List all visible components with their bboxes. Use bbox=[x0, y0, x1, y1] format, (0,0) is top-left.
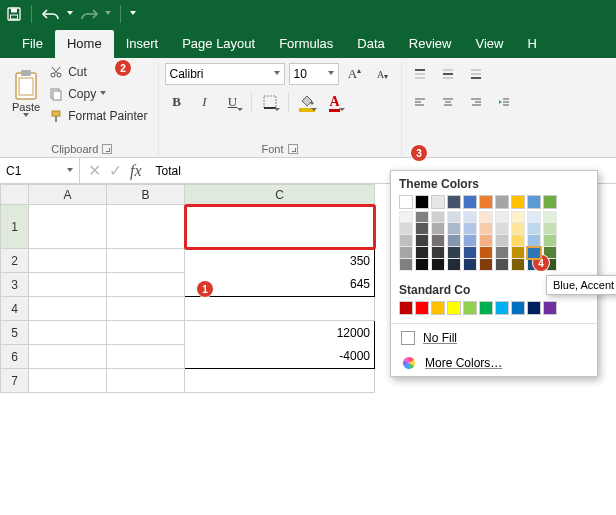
align-right-icon[interactable] bbox=[464, 90, 488, 114]
color-swatch[interactable] bbox=[543, 223, 557, 235]
color-swatch[interactable] bbox=[511, 301, 525, 315]
color-swatch[interactable] bbox=[463, 247, 477, 259]
color-swatch[interactable] bbox=[463, 195, 477, 209]
color-swatch[interactable] bbox=[415, 223, 429, 235]
color-swatch[interactable] bbox=[399, 223, 413, 235]
color-swatch[interactable] bbox=[495, 211, 509, 223]
color-swatch[interactable] bbox=[415, 247, 429, 259]
cell-a7[interactable] bbox=[29, 369, 107, 393]
confirm-icon[interactable]: ✓ bbox=[109, 161, 122, 180]
align-top-icon[interactable] bbox=[408, 62, 432, 86]
cell-a5[interactable] bbox=[29, 321, 107, 345]
increase-font-icon[interactable]: A▴ bbox=[343, 62, 367, 86]
color-swatch[interactable] bbox=[447, 301, 461, 315]
color-swatch[interactable] bbox=[479, 211, 493, 223]
color-swatch[interactable] bbox=[511, 223, 525, 235]
cell-c6[interactable]: -4000 bbox=[185, 345, 375, 369]
tab-data[interactable]: Data bbox=[345, 30, 396, 58]
font-name-combobox[interactable]: Calibri bbox=[165, 63, 285, 85]
color-swatch[interactable] bbox=[463, 223, 477, 235]
italic-button[interactable]: I bbox=[193, 90, 217, 114]
cut-button[interactable]: Cut bbox=[44, 62, 151, 82]
color-swatch[interactable] bbox=[399, 235, 413, 247]
cell-a3[interactable] bbox=[29, 273, 107, 297]
color-swatch[interactable] bbox=[543, 195, 557, 209]
color-swatch[interactable] bbox=[527, 211, 541, 223]
color-swatch[interactable] bbox=[399, 195, 413, 209]
tab-page-layout[interactable]: Page Layout bbox=[170, 30, 267, 58]
row-header-3[interactable]: 3 bbox=[1, 273, 29, 297]
row-header-6[interactable]: 6 bbox=[1, 345, 29, 369]
color-swatch[interactable] bbox=[495, 223, 509, 235]
color-swatch[interactable] bbox=[415, 235, 429, 247]
color-swatch[interactable] bbox=[463, 211, 477, 223]
copy-button[interactable]: Copy bbox=[44, 84, 151, 104]
cell-c7[interactable] bbox=[185, 369, 375, 393]
color-swatch[interactable] bbox=[495, 259, 509, 271]
cell-b4[interactable] bbox=[107, 297, 185, 321]
color-swatch[interactable] bbox=[399, 259, 413, 271]
color-swatch[interactable] bbox=[543, 301, 557, 315]
color-swatch[interactable] bbox=[479, 235, 493, 247]
cell-c2[interactable]: 350 bbox=[185, 249, 375, 273]
undo-icon[interactable] bbox=[41, 6, 61, 22]
color-swatch[interactable] bbox=[527, 195, 541, 209]
color-swatch[interactable] bbox=[543, 211, 557, 223]
color-swatch[interactable] bbox=[431, 235, 445, 247]
color-swatch[interactable] bbox=[447, 195, 461, 209]
cell-b1[interactable] bbox=[107, 205, 185, 249]
color-swatch[interactable] bbox=[527, 223, 541, 235]
color-swatch[interactable] bbox=[495, 235, 509, 247]
cell-b2[interactable] bbox=[107, 249, 185, 273]
font-dialog-launcher[interactable] bbox=[288, 144, 298, 154]
tab-view[interactable]: View bbox=[463, 30, 515, 58]
color-swatch[interactable] bbox=[431, 247, 445, 259]
color-swatch[interactable] bbox=[495, 195, 509, 209]
color-swatch[interactable] bbox=[415, 301, 429, 315]
color-swatch[interactable] bbox=[399, 301, 413, 315]
decrease-font-icon[interactable]: A▾ bbox=[371, 62, 395, 86]
clipboard-dialog-launcher[interactable] bbox=[102, 144, 112, 154]
color-swatch[interactable] bbox=[527, 301, 541, 315]
tab-help[interactable]: H bbox=[515, 30, 548, 58]
color-swatch[interactable] bbox=[431, 223, 445, 235]
tab-formulas[interactable]: Formulas bbox=[267, 30, 345, 58]
color-swatch[interactable] bbox=[511, 235, 525, 247]
color-swatch[interactable] bbox=[431, 301, 445, 315]
color-swatch[interactable] bbox=[479, 247, 493, 259]
tab-review[interactable]: Review bbox=[397, 30, 464, 58]
format-painter-button[interactable]: Format Painter bbox=[44, 106, 151, 126]
select-all-corner[interactable] bbox=[1, 185, 29, 205]
color-swatch[interactable] bbox=[495, 301, 509, 315]
more-colors-item[interactable]: More Colors… bbox=[391, 350, 597, 376]
color-swatch[interactable] bbox=[511, 211, 525, 223]
align-bottom-icon[interactable] bbox=[464, 62, 488, 86]
paste-button[interactable]: Paste bbox=[12, 69, 40, 119]
cell-c3[interactable]: 645 bbox=[185, 273, 375, 297]
color-swatch[interactable] bbox=[479, 195, 493, 209]
cell-a1[interactable] bbox=[29, 205, 107, 249]
color-swatch[interactable] bbox=[463, 259, 477, 271]
cell-b5[interactable] bbox=[107, 321, 185, 345]
color-swatch[interactable] bbox=[463, 235, 477, 247]
color-swatch[interactable] bbox=[527, 235, 541, 247]
tab-file[interactable]: File bbox=[10, 30, 55, 58]
tab-insert[interactable]: Insert bbox=[114, 30, 171, 58]
fx-icon[interactable]: fx bbox=[130, 162, 142, 180]
decrease-indent-icon[interactable] bbox=[492, 90, 516, 114]
save-icon[interactable] bbox=[6, 6, 22, 22]
bold-button[interactable]: B bbox=[165, 90, 189, 114]
cell-a2[interactable] bbox=[29, 249, 107, 273]
color-swatch[interactable] bbox=[447, 211, 461, 223]
color-swatch[interactable] bbox=[415, 259, 429, 271]
color-swatch[interactable] bbox=[447, 247, 461, 259]
color-swatch[interactable] bbox=[511, 195, 525, 209]
color-swatch[interactable] bbox=[415, 211, 429, 223]
col-header-a[interactable]: A bbox=[29, 185, 107, 205]
color-swatch[interactable] bbox=[431, 211, 445, 223]
col-header-c[interactable]: C bbox=[185, 185, 375, 205]
color-swatch[interactable] bbox=[431, 195, 445, 209]
cell-c5[interactable]: 12000 bbox=[185, 321, 375, 345]
row-header-1[interactable]: 1 bbox=[1, 205, 29, 249]
align-middle-icon[interactable] bbox=[436, 62, 460, 86]
